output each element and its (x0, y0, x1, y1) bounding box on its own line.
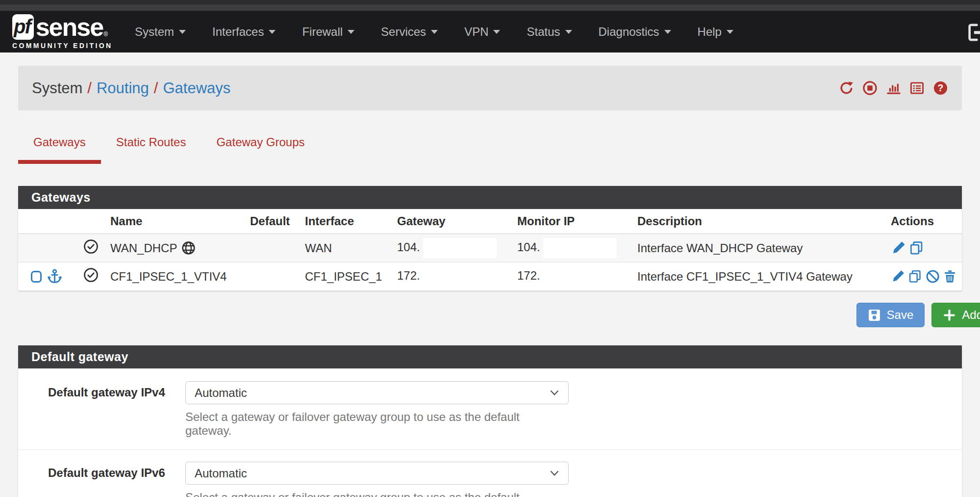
nav-item-label: VPN (464, 25, 488, 39)
breadcrumb-separator: / (87, 79, 92, 97)
tab-static-routes[interactable]: Static Routes (101, 131, 201, 164)
monitor-ip: 172. (517, 269, 540, 282)
main-menu: System Interfaces Firewall Services VPN … (122, 11, 747, 52)
globe-icon (181, 241, 196, 255)
gateway-name: WAN_DHCP (110, 241, 177, 255)
gateways-panel: Gateways Name Default Interface Gateway … (18, 186, 962, 291)
save-button-label: Save (887, 308, 914, 322)
edit-icon[interactable] (891, 269, 905, 284)
table-row: WAN_DHCP WAN 104. (18, 234, 962, 262)
check-circle-icon (83, 267, 99, 283)
chevron-down-icon (269, 30, 276, 34)
nav-item-interfaces[interactable]: Interfaces (199, 11, 289, 52)
save-icon (868, 309, 881, 322)
nav-item-vpn[interactable]: VPN (451, 11, 513, 52)
nav-item-services[interactable]: Services (368, 11, 451, 52)
sign-out-icon (965, 22, 980, 43)
default-gateway-ipv4-select[interactable]: Automatic (185, 381, 569, 404)
gateway-name-cell: WAN_DHCP (105, 234, 245, 262)
default-gateway-ipv6-select[interactable]: Automatic (185, 462, 569, 485)
col-name: Name (105, 209, 245, 234)
gateway-name: CF1_IPSEC_1_VTIV4 (110, 270, 226, 284)
default-gateway-panel: Default gateway Default gateway IPv4 Aut… (18, 345, 962, 497)
monitor-ip-cell: 104. (512, 234, 632, 262)
edit-icon[interactable] (891, 240, 906, 256)
breadcrumb-gateways-link[interactable]: Gateways (163, 79, 230, 97)
gateway-default-cell (245, 234, 300, 262)
col-description: Description (632, 209, 886, 234)
col-interface: Interface (300, 209, 392, 234)
disable-icon[interactable] (926, 269, 940, 284)
redaction-box (543, 238, 617, 259)
tab-gateway-groups[interactable]: Gateway Groups (201, 131, 320, 164)
top-navbar: pf sense ® COMMUNITY EDITION System Inte… (0, 11, 980, 52)
chevron-down-icon (550, 470, 559, 476)
nav-item-system[interactable]: System (122, 11, 199, 52)
delete-icon[interactable] (943, 269, 957, 284)
col-row-icons (18, 209, 78, 234)
chevron-down-icon (565, 30, 572, 34)
gateway-interface-cell: CF1_IPSEC_1 (300, 262, 392, 291)
gateway-status-cell (78, 234, 105, 262)
breadcrumb-routing-link[interactable]: Routing (97, 79, 149, 97)
add-button[interactable]: Add (931, 303, 980, 327)
nav-item-status[interactable]: Status (513, 11, 585, 52)
gateway-default-cell (245, 262, 300, 291)
breadcrumb-separator: / (154, 79, 158, 97)
gateway-description-cell: Interface WAN_DHCP Gateway (632, 234, 886, 262)
row-actions (886, 262, 962, 291)
refresh-icon[interactable] (839, 80, 854, 96)
stop-circle-icon[interactable] (862, 80, 878, 96)
breadcrumb: System / Routing / Gateways (18, 66, 962, 110)
gateway-description-cell: Interface CF1_IPSEC_1_VTIV4 Gateway (632, 262, 886, 291)
brand-name: sense (36, 14, 103, 40)
default-gateway-ipv4-help: Select a gateway or failover gateway gro… (185, 410, 569, 438)
save-button[interactable]: Save (856, 303, 925, 327)
nav-item-diagnostics[interactable]: Diagnostics (585, 11, 684, 52)
gateway-address-cell: 172. (392, 262, 512, 291)
sign-out-button[interactable] (965, 22, 980, 45)
pfsense-logo[interactable]: pf sense ® COMMUNITY EDITION (12, 14, 108, 50)
default-gateway-ipv4-row: Default gateway IPv4 Automatic Select a … (18, 369, 962, 450)
monitor-ip-cell: 172. (512, 262, 632, 291)
gateway-name-cell: CF1_IPSEC_1_VTIV4 (105, 262, 245, 291)
nav-item-label: Help (698, 25, 722, 39)
window-top-strip (0, 0, 980, 11)
col-gateway: Gateway (392, 209, 512, 234)
row-left-icons (18, 234, 78, 262)
nav-item-label: Services (381, 25, 426, 39)
actions-bar: Save Add (18, 303, 962, 327)
default-gateway-ipv6-row: Default gateway IPv6 Automatic Select a … (18, 450, 962, 497)
tab-gateways[interactable]: Gateways (18, 131, 101, 164)
selected-value: Automatic (195, 467, 247, 480)
chevron-down-icon (179, 30, 186, 34)
nav-item-help[interactable]: Help (684, 11, 747, 52)
default-gateway-ipv6-label: Default gateway IPv6 (48, 462, 185, 497)
nav-item-label: Firewall (302, 25, 343, 39)
check-circle-icon (83, 239, 99, 254)
breadcrumb-actions: ? (839, 80, 948, 96)
plus-icon (943, 309, 956, 322)
help-icon[interactable]: ? (933, 80, 948, 96)
list-icon[interactable] (909, 80, 925, 96)
chevron-down-icon (727, 30, 733, 34)
redaction-box (423, 266, 497, 287)
chevron-down-icon (348, 30, 354, 34)
bar-chart-icon[interactable] (886, 80, 901, 96)
col-actions: Actions (886, 209, 962, 234)
pfsense-gateways-page: pf sense ® COMMUNITY EDITION System Inte… (0, 0, 980, 497)
nav-item-label: Status (527, 25, 560, 39)
chevron-down-icon (550, 390, 559, 396)
square-icon[interactable] (31, 271, 42, 283)
copy-icon[interactable] (908, 269, 922, 284)
pf-logo-tile-icon: pf (12, 14, 34, 40)
default-gateway-panel-title: Default gateway (18, 345, 962, 368)
breadcrumb-system: System (32, 79, 82, 97)
gateway-address-cell: 104. (392, 234, 512, 262)
nav-item-firewall[interactable]: Firewall (289, 11, 368, 52)
routing-tabs: Gateways Static Routes Gateway Groups (18, 131, 980, 164)
brand-edition-label: COMMUNITY EDITION (12, 42, 108, 50)
selected-value: Automatic (195, 386, 247, 400)
gateways-table: Name Default Interface Gateway Monitor I… (18, 209, 962, 291)
copy-icon[interactable] (909, 240, 924, 256)
